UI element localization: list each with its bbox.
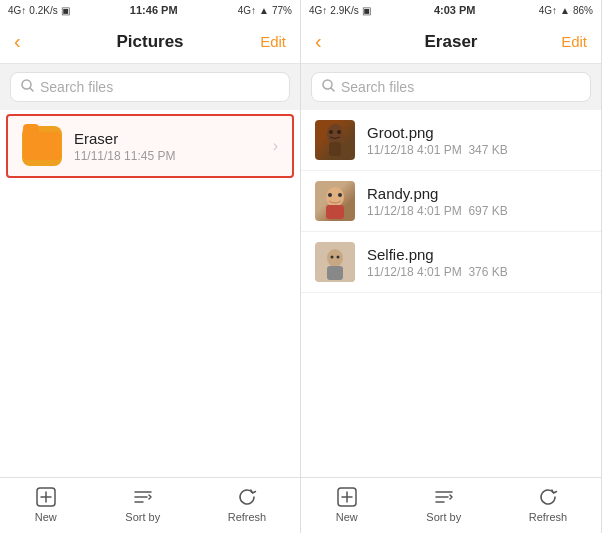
left-refresh-label: Refresh <box>228 511 267 523</box>
svg-line-1 <box>30 88 33 91</box>
right-file-name-groot: Groot.png <box>367 124 587 141</box>
right-edit-button[interactable]: Edit <box>557 33 587 50</box>
right-file-item-randy[interactable]: Randy.png 11/12/18 4:01 PM 697 KB <box>301 171 601 232</box>
left-search-placeholder: Search files <box>40 79 113 95</box>
left-edit-button[interactable]: Edit <box>256 33 286 50</box>
left-back-button[interactable]: ‹ <box>14 30 44 53</box>
left-search-input-wrap[interactable]: Search files <box>10 72 290 102</box>
left-signal: 4G↑ <box>238 5 256 16</box>
left-folder-shape <box>23 132 61 160</box>
right-header: ‹ Eraser Edit <box>301 20 601 64</box>
right-thumb-groot <box>315 120 355 160</box>
right-file-info-groot: Groot.png 11/12/18 4:01 PM 347 KB <box>367 124 587 157</box>
right-back-button[interactable]: ‹ <box>315 30 345 53</box>
right-thumb-selfie <box>315 242 355 282</box>
right-file-info-selfie: Selfie.png 11/12/18 4:01 PM 376 KB <box>367 246 587 279</box>
left-toolbar: New Sort by Refresh <box>0 477 300 533</box>
left-status-left: 4G↑ 0.2K/s ▣ <box>8 5 70 16</box>
right-battery: 86% <box>573 5 593 16</box>
left-time: 11:46 PM <box>130 4 178 16</box>
right-file-name-selfie: Selfie.png <box>367 246 587 263</box>
left-file-list: Eraser 11/11/18 11:45 PM › <box>0 110 300 477</box>
left-new-button[interactable]: New <box>34 485 58 523</box>
left-file-info: Eraser 11/11/18 11:45 PM <box>74 130 273 163</box>
right-panel: 4G↑ 2.9K/s ▣ 4:03 PM 4G↑ ▲ 86% ‹ Eraser … <box>301 0 602 533</box>
left-refresh-icon <box>235 485 259 509</box>
right-search-placeholder: Search files <box>341 79 414 95</box>
left-search-icon <box>21 79 34 95</box>
right-new-button[interactable]: New <box>335 485 359 523</box>
left-folder-icon <box>22 126 62 166</box>
left-sim-icon: ▣ <box>61 5 70 16</box>
right-search-input-wrap[interactable]: Search files <box>311 72 591 102</box>
left-network: 4G↑ <box>8 5 26 16</box>
svg-rect-20 <box>327 266 343 280</box>
right-refresh-button[interactable]: Refresh <box>529 485 568 523</box>
left-status-right: 4G↑ ▲ 77% <box>238 5 292 16</box>
left-file-item-eraser[interactable]: Eraser 11/11/18 11:45 PM › <box>6 114 294 178</box>
svg-point-12 <box>329 130 333 134</box>
right-file-name-randy: Randy.png <box>367 185 587 202</box>
left-file-arrow-icon: › <box>273 137 278 155</box>
left-file-meta: 11/11/18 11:45 PM <box>74 149 273 163</box>
left-sortby-label: Sort by <box>125 511 160 523</box>
left-wifi-icon: ▲ <box>259 5 269 16</box>
right-file-info-randy: Randy.png 11/12/18 4:01 PM 697 KB <box>367 185 587 218</box>
svg-point-19 <box>327 249 343 267</box>
right-new-icon <box>335 485 359 509</box>
right-speed: 2.9K/s <box>330 5 358 16</box>
right-status-bar: 4G↑ 2.9K/s ▣ 4:03 PM 4G↑ ▲ 86% <box>301 0 601 20</box>
right-title: Eraser <box>345 32 557 52</box>
svg-point-22 <box>337 256 340 259</box>
right-status-left: 4G↑ 2.9K/s ▣ <box>309 5 371 16</box>
svg-point-16 <box>328 193 332 197</box>
right-sortby-icon <box>432 485 456 509</box>
svg-line-9 <box>331 88 334 91</box>
right-wifi-icon: ▲ <box>560 5 570 16</box>
right-signal: 4G↑ <box>539 5 557 16</box>
left-battery: 77% <box>272 5 292 16</box>
left-status-bar: 4G↑ 0.2K/s ▣ 11:46 PM 4G↑ ▲ 77% <box>0 0 300 20</box>
right-file-list: Groot.png 11/12/18 4:01 PM 347 KB Randy.… <box>301 110 601 477</box>
left-panel: 4G↑ 0.2K/s ▣ 11:46 PM 4G↑ ▲ 77% ‹ Pictur… <box>0 0 301 533</box>
left-title: Pictures <box>44 32 256 52</box>
left-search-bar: Search files <box>0 64 300 110</box>
svg-point-10 <box>327 124 343 144</box>
right-refresh-icon <box>536 485 560 509</box>
left-refresh-button[interactable]: Refresh <box>228 485 267 523</box>
right-thumb-randy <box>315 181 355 221</box>
right-file-item-groot[interactable]: Groot.png 11/12/18 4:01 PM 347 KB <box>301 110 601 171</box>
right-toolbar: New Sort by Refresh <box>301 477 601 533</box>
right-sortby-label: Sort by <box>426 511 461 523</box>
left-sortby-icon <box>131 485 155 509</box>
svg-rect-11 <box>329 142 341 156</box>
svg-point-21 <box>331 256 334 259</box>
left-file-name: Eraser <box>74 130 273 147</box>
right-file-meta-groot: 11/12/18 4:01 PM 347 KB <box>367 143 587 157</box>
right-new-label: New <box>336 511 358 523</box>
right-file-meta-randy: 11/12/18 4:01 PM 697 KB <box>367 204 587 218</box>
svg-rect-15 <box>326 205 344 219</box>
right-search-icon <box>322 79 335 95</box>
left-speed: 0.2K/s <box>29 5 57 16</box>
left-header: ‹ Pictures Edit <box>0 20 300 64</box>
left-sortby-button[interactable]: Sort by <box>125 485 160 523</box>
svg-point-14 <box>326 187 344 207</box>
right-sim-icon: ▣ <box>362 5 371 16</box>
right-file-item-selfie[interactable]: Selfie.png 11/12/18 4:01 PM 376 KB <box>301 232 601 293</box>
right-status-right: 4G↑ ▲ 86% <box>539 5 593 16</box>
right-sortby-button[interactable]: Sort by <box>426 485 461 523</box>
svg-point-17 <box>338 193 342 197</box>
right-file-meta-selfie: 11/12/18 4:01 PM 376 KB <box>367 265 587 279</box>
right-network: 4G↑ <box>309 5 327 16</box>
right-refresh-label: Refresh <box>529 511 568 523</box>
left-new-label: New <box>35 511 57 523</box>
right-time: 4:03 PM <box>434 4 476 16</box>
svg-point-13 <box>337 130 341 134</box>
left-new-icon <box>34 485 58 509</box>
right-search-bar: Search files <box>301 64 601 110</box>
